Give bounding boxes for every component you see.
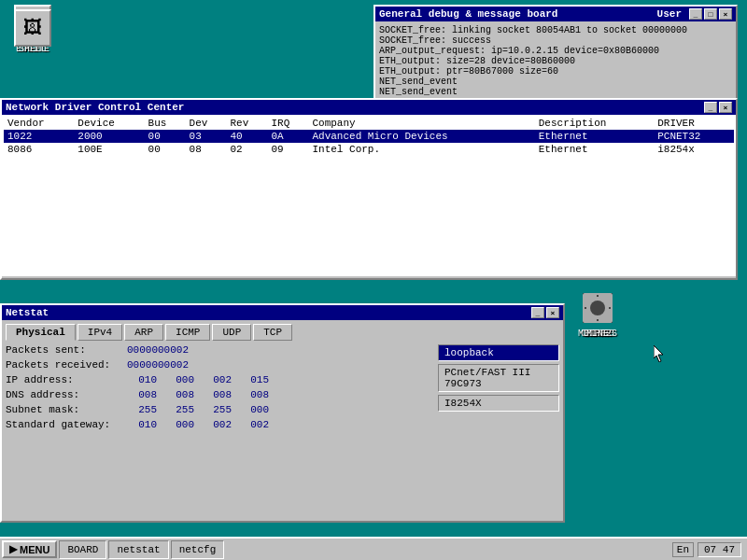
stat-value: 008 [127,389,157,400]
stat-value: 255 [127,404,157,415]
taskbar-board[interactable]: BOARD [59,540,106,559]
netdriver-titlebar: Network Driver Control Center _ × [2,100,736,115]
debug-maximize-btn[interactable]: □ [704,8,717,20]
netdriver-col-header: Vendor [4,117,74,130]
netdriver-cell: 00 [145,143,186,156]
netdriver-cell: 8086 [4,143,74,156]
netdriver-minimize-btn[interactable]: _ [704,102,717,113]
netdriver-cell: 0A [267,130,308,143]
stat-values: 008008008008 [127,389,269,400]
netstat-left: Packets sent:0000000002Packets received:… [6,344,432,434]
netstat-title-left: Netstat [6,307,49,318]
svg-point-22 [590,301,605,315]
netdriver-cell: 2000 [74,130,144,143]
debug-line: NET_send_event [379,77,732,87]
start-label: MENU [20,544,49,555]
taskbar: ▶ MENU BOARD netstat netcfg En 07 47 [0,537,747,560]
netstat-content: PhysicalIPv4ARPICMPUDPTCP Packets sent:0… [2,320,563,519]
cursor [654,345,665,362]
netdriver-cell: 03 [186,130,227,143]
netdriver-cell: PCNET32 [654,130,734,143]
tab-icmp[interactable]: ICMP [165,324,210,341]
stat-value: 000 [239,404,269,415]
debug-title-left: General debug & message board [379,8,557,20]
tab-arp[interactable]: ARP [124,324,163,341]
taskbar-netcfg[interactable]: netcfg [171,540,225,559]
netdriver-cell: 00 [145,130,186,143]
netdriver-title: Network Driver Control Center [6,102,184,113]
taskbar-right: En 07 47 [672,542,745,557]
stat-value: 015 [239,374,269,385]
adapter-button[interactable]: loopback [438,344,559,361]
netdriver-col-header: Description [535,117,654,130]
netdriver-cell: Ethernet [535,130,654,143]
tab-udp[interactable]: UDP [212,324,251,341]
stat-values: 0000000002 [127,344,189,356]
netstat-titlebar-btns: _ × [531,307,559,318]
taskbar-netstat-label: netstat [117,544,160,555]
debug-line: ETH_output: ptr=80B67000 size=60 [379,66,732,77]
netdriver-cell: Ethernet [535,143,654,156]
netdriver-content: VendorDeviceBusDevRevIRQCompanyDescripti… [2,115,736,276]
netstat-right: loopbackPCnet/FAST III 79C973I8254X [438,344,559,434]
stat-value: 010 [127,419,157,430]
debug-content: SOCKET_free: linking socket 80054AB1 to … [375,21,736,108]
icon-img-mine [579,289,616,327]
netdriver-close-btn[interactable]: × [719,102,732,113]
stat-label: DNS address: [6,389,127,400]
stat-row: Packets sent:0000000002 [6,344,432,356]
stat-values: 0000000002 [127,359,189,371]
stat-value: 255 [164,404,194,415]
adapter-button[interactable]: I8254X [438,395,559,412]
stat-values: 255255255000 [127,404,269,415]
tab-row: PhysicalIPv4ARPICMPUDPTCP [6,324,559,341]
debug-line: SOCKET_free: success [379,35,732,46]
icon-img-extra2: 🖼 [14,9,51,47]
tab-ipv4[interactable]: IPv4 [78,324,122,341]
adapter-button[interactable]: PCnet/FAST III 79C973 [438,364,559,392]
lang-label: En [677,544,689,555]
netstat-minimize-btn[interactable]: _ [531,307,544,318]
stat-value: 255 [202,404,232,415]
stat-label: Packets received: [6,359,127,371]
netdriver-cell: 1022 [4,130,74,143]
netdriver-cell: 08 [186,143,227,156]
stat-value: 008 [239,389,269,400]
tab-physical[interactable]: Physical [6,324,76,341]
netdriver-row[interactable]: 102220000003400AAdvanced Micro DevicesEt… [4,130,734,143]
netstat-close-btn[interactable]: × [546,307,559,318]
taskbar-netcfg-label: netcfg [179,544,217,555]
stat-row: Subnet mask:255255255000 [6,404,432,415]
stat-value: 010 [127,374,157,385]
netdriver-cell: Intel Corp. [308,143,534,156]
desktop-icon-mine[interactable]: MINE [570,289,626,339]
debug-user-label: User [657,8,682,20]
debug-line: SOCKET_free: linking socket 80054AB1 to … [379,25,732,35]
svg-marker-27 [654,345,663,362]
start-button[interactable]: ▶ MENU [2,540,57,558]
netdriver-col-header: Company [308,117,534,130]
stat-label: Packets sent: [6,344,127,356]
stat-value: 0000000002 [127,344,189,356]
netdriver-col-header: Rev [227,117,268,130]
debug-line: ETH_output: size=28 device=80B60000 [379,56,732,66]
desktop-icon-extra2[interactable]: 🖼 [5,9,61,49]
taskbar-netstat[interactable]: netstat [108,540,168,559]
debug-minimize-btn[interactable]: _ [689,8,702,20]
netdriver-window: Network Driver Control Center _ × Vendor… [0,98,738,280]
netstat-body: Packets sent:0000000002Packets received:… [6,344,559,434]
stat-value: 002 [239,419,269,430]
stat-value: 0000000002 [127,359,189,371]
stat-label: IP address: [6,374,127,385]
stat-value: 000 [164,419,194,430]
netstat-title: Netstat [6,307,49,318]
debug-window: General debug & message board User _ □ ×… [374,5,738,112]
debug-close-btn[interactable]: × [719,8,732,20]
clock-time: 07 47 [704,544,735,555]
debug-titlebar-btns: _ □ × [689,8,732,20]
netdriver-row[interactable]: 8086100E00080209Intel Corp.Etherneti8254… [4,143,734,156]
clock: 07 47 [698,542,741,557]
stat-value: 008 [202,389,232,400]
debug-title: General debug & message board [379,8,557,20]
tab-tcp[interactable]: TCP [253,324,292,341]
